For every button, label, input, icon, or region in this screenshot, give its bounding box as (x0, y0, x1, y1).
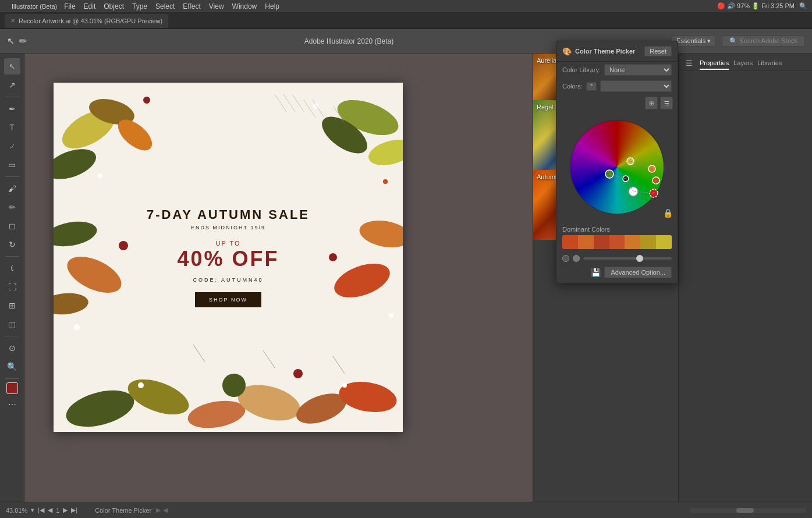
tool-line[interactable]: ⟋ (4, 138, 20, 154)
tool-direct-select[interactable]: ↗ (4, 77, 20, 93)
dominant-swatch-7[interactable] (656, 235, 672, 249)
leaves-bottom (54, 315, 403, 432)
advanced-option-button[interactable]: Advanced Option... (604, 267, 672, 278)
dominant-swatches (562, 235, 672, 249)
toolbar-right: Essentials ▾ 🔍 Search Adobe Stock (671, 36, 805, 47)
color-library-select[interactable]: None (604, 64, 672, 76)
svg-point-27 (293, 369, 303, 378)
tab-properties[interactable]: Properties (700, 57, 729, 70)
nav-next[interactable]: ▶ (63, 506, 68, 514)
status-back[interactable]: ◀ (163, 506, 168, 514)
tab-layers[interactable]: Layers (733, 57, 753, 70)
zoom-dropdown-icon[interactable]: ▾ (31, 506, 34, 514)
tool-scale[interactable]: ⛶ (4, 279, 20, 295)
tool-graph[interactable]: ⊞ (4, 297, 20, 314)
artwork-code: CODE: AUTUMN40 (147, 277, 310, 283)
toolbar-select-tool[interactable]: ↖ (7, 36, 15, 47)
svg-point-29 (342, 383, 347, 388)
dominant-swatch-5[interactable] (625, 235, 640, 249)
panel-title-row: 🎨 Color Theme Picker (562, 47, 635, 56)
menu-type[interactable]: Type (132, 2, 147, 10)
scroll-track[interactable] (690, 508, 806, 513)
scroll-thumb[interactable] (736, 508, 754, 513)
tool-pencil[interactable]: ✏ (4, 199, 20, 215)
properties-icon[interactable]: ☰ (683, 57, 695, 69)
dominant-colors-section: Dominant Colors (556, 222, 678, 253)
slider-thumb[interactable] (636, 255, 643, 262)
tool-shape[interactable]: ▭ (4, 157, 20, 173)
slider-track[interactable] (583, 257, 672, 260)
tool-select[interactable]: ↖ (4, 58, 20, 74)
nav-prev-prev[interactable]: |◀ (38, 506, 44, 514)
leaves-top-left (54, 83, 170, 199)
dominant-swatch-2[interactable] (578, 235, 594, 249)
colors-row: Colors: ⌃ (556, 78, 678, 94)
grid-view-btn[interactable]: ⊞ (645, 97, 658, 109)
search-stock-input[interactable]: 🔍 Search Adobe Stock (722, 36, 805, 47)
slider-right-dot[interactable] (573, 255, 580, 262)
tool-eraser[interactable]: ◻ (4, 218, 20, 234)
tab-close-icon[interactable]: ✕ (10, 17, 15, 24)
color-theme-icon: 🎨 (562, 47, 572, 56)
svg-point-26 (222, 374, 246, 397)
menu-window[interactable]: Window (232, 2, 257, 10)
tool-paintbrush[interactable]: 🖌 (4, 180, 20, 197)
title-bar-right: 🔴 🔊 97% 🔋 Fri 3:25 PM 🔍 (717, 2, 807, 10)
tool-type[interactable]: T (4, 119, 20, 136)
app-name: Illustrator (Beta) (12, 3, 57, 10)
status-tool: Color Theme Picker (95, 507, 151, 514)
status-arrow[interactable]: ▶ (156, 506, 161, 514)
toolbar-pen-tool[interactable]: ✏ (19, 36, 27, 47)
dominant-swatch-3[interactable] (594, 235, 609, 249)
tool-pen[interactable]: ✒ (4, 101, 20, 117)
tab-libraries[interactable]: Libraries (757, 57, 782, 70)
tab-title: Recolor Artwork.ai @ 43.01% (RGB/GPU Pre… (19, 17, 162, 24)
artwork-upto: UP TO (147, 240, 310, 247)
tool-divider-1 (5, 97, 19, 97)
reset-button[interactable]: Reset (644, 46, 672, 56)
color-wheel[interactable] (568, 118, 666, 217)
artwork-text-area: 7-DAY AUTUMN SALE ENDS MIDNIGHT 19/9 UP … (147, 207, 310, 307)
menu-effect[interactable]: Effect (183, 2, 200, 10)
page-input[interactable]: 1 (56, 507, 59, 514)
list-view-btn[interactable]: ☰ (660, 97, 673, 109)
tool-zoom[interactable]: 🔍 (4, 359, 20, 375)
svg-line-41 (362, 112, 374, 129)
tool-gradient[interactable]: ◫ (4, 316, 20, 332)
slider-left-dot[interactable] (562, 255, 569, 262)
tool-warp[interactable]: ⤹ (4, 260, 20, 276)
colors-count-select[interactable] (600, 80, 672, 92)
menu-file[interactable]: File (64, 2, 75, 10)
menu-help[interactable]: Help (265, 2, 279, 10)
menu-object[interactable]: Object (104, 2, 124, 10)
svg-point-4 (143, 97, 150, 104)
document-tab[interactable]: ✕ Recolor Artwork.ai @ 43.01% (RGB/GPU P… (5, 14, 168, 28)
title-bar: Illustrator (Beta) File Edit Object Type… (0, 0, 812, 13)
tool-divider-3 (5, 256, 19, 257)
nav-prev[interactable]: ◀ (48, 506, 52, 514)
search-stock: 🔍 (799, 2, 807, 10)
dominant-swatch-4[interactable] (609, 235, 625, 249)
artwork-cta: SHOP NOW (195, 292, 261, 307)
tool-more[interactable]: ⋯ (4, 396, 20, 413)
tool-fill-color[interactable] (6, 382, 18, 394)
colors-stepper[interactable]: ⌃ (586, 82, 597, 91)
svg-line-33 (275, 94, 286, 112)
properties-content (679, 70, 812, 84)
svg-line-32 (333, 356, 345, 374)
tool-rotate[interactable]: ↻ (4, 236, 20, 253)
toolbar: ↖ ✏ Adobe Illustrator 2020 (Beta) Essent… (0, 29, 812, 54)
menu-view[interactable]: View (209, 2, 224, 10)
dominant-swatch-1[interactable] (562, 235, 578, 249)
dominant-swatch-6[interactable] (640, 235, 656, 249)
menu-select[interactable]: Select (155, 2, 175, 10)
nav-next-next[interactable]: ▶| (71, 506, 77, 514)
color-wheel-container[interactable]: 🔒 (556, 112, 678, 222)
menu-edit[interactable]: Edit (84, 2, 96, 10)
svg-point-5 (98, 173, 102, 178)
dominant-label: Dominant Colors (562, 226, 672, 233)
save-icon[interactable]: 💾 (591, 268, 601, 277)
menu-bar: File Edit Object Type Select Effect View… (64, 2, 710, 10)
tool-eyedropper[interactable]: ⊙ (4, 340, 20, 356)
lock-icon[interactable]: 🔒 (663, 208, 673, 218)
